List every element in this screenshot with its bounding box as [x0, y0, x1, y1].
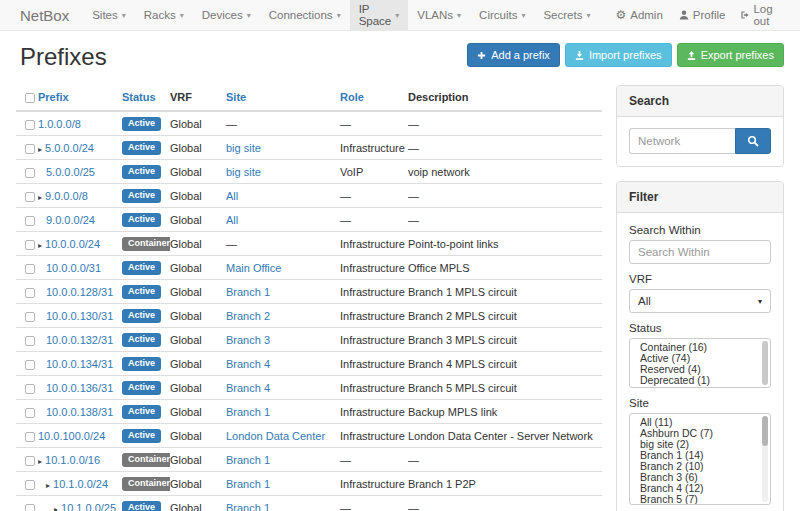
site-link[interactable]: Branch 1 [226, 406, 270, 418]
column-header-role[interactable]: Role [340, 85, 408, 111]
row-checkbox[interactable] [25, 264, 35, 274]
prefix-link[interactable]: 5.0.0.0/25 [46, 166, 95, 178]
prefix-link[interactable]: 10.0.0.0/31 [46, 262, 101, 274]
expand-arrow-icon: ▸ [38, 193, 42, 202]
expand-arrow-icon: ▸ [38, 241, 42, 250]
table-row: ▸5.0.0.0/25 Active Global big site VoIP … [16, 160, 602, 184]
status-badge: Container [122, 237, 170, 251]
prefix-link[interactable]: 10.1.0.0/16 [45, 454, 100, 466]
scrollbar-thumb[interactable] [762, 341, 768, 385]
chevron-down-icon: ▾ [586, 11, 590, 20]
prefix-link[interactable]: 10.0.0.136/31 [46, 382, 113, 394]
site-link[interactable]: Branch 1 [226, 286, 270, 298]
row-checkbox[interactable] [25, 456, 35, 466]
vrf-cell: Global [170, 448, 226, 472]
top-navbar: NetBox Sites ▾ Racks ▾ Devices ▾ Connect… [0, 0, 800, 31]
nav-item-racks[interactable]: Racks ▾ [135, 0, 193, 30]
prefix-link[interactable]: 10.0.0.138/31 [46, 406, 113, 418]
site-cell: All [226, 184, 340, 208]
nav-item-connections[interactable]: Connections ▾ [260, 0, 350, 30]
row-checkbox[interactable] [25, 360, 35, 370]
prefix-link[interactable]: 10.0.0.132/31 [46, 334, 113, 346]
site-link[interactable]: London Data Center [226, 430, 325, 442]
row-checkbox[interactable] [25, 240, 35, 250]
site-link[interactable]: big site [226, 142, 261, 154]
column-header-status[interactable]: Status [122, 85, 170, 111]
row-checkbox[interactable] [25, 432, 35, 442]
row-checkbox[interactable] [25, 336, 35, 346]
table-row: ▸10.1.0.0/16 Container Global Branch 1 —… [16, 448, 602, 472]
export-prefixes-button[interactable]: Export prefixes [677, 43, 784, 67]
select-all-checkbox[interactable] [25, 93, 35, 103]
row-checkbox[interactable] [25, 168, 35, 178]
row-checkbox[interactable] [25, 216, 35, 226]
row-checkbox[interactable] [25, 192, 35, 202]
search-input[interactable] [629, 128, 735, 154]
role-cell: Infrastructure [340, 136, 408, 160]
prefix-link[interactable]: 5.0.0.0/24 [45, 142, 94, 154]
row-checkbox[interactable] [25, 312, 35, 322]
admin-link[interactable]: ⚙ Admin [615, 9, 662, 21]
site-link[interactable]: Branch 1 [226, 478, 270, 490]
prefix-link[interactable]: 1.0.0.0/8 [38, 118, 81, 130]
search-within-input[interactable] [629, 240, 771, 264]
row-checkbox[interactable] [25, 408, 35, 418]
site-link[interactable]: Branch 3 [226, 334, 270, 346]
prefix-link[interactable]: 10.1.0.0/24 [53, 478, 108, 490]
user-nav: ⚙ Admin Profile Log out [599, 0, 800, 30]
site-cell: All [226, 208, 340, 232]
prefix-link[interactable]: 9.0.0.0/24 [46, 214, 95, 226]
scrollbar-thumb[interactable] [762, 416, 768, 446]
search-button[interactable] [735, 128, 771, 154]
row-checkbox[interactable] [25, 480, 35, 490]
site-link[interactable]: big site [226, 166, 261, 178]
nav-item-vlans[interactable]: VLANs ▾ [408, 0, 470, 30]
logout-label: Log out [753, 3, 784, 27]
column-header-prefix[interactable]: Prefix [38, 85, 122, 111]
row-checkbox[interactable] [25, 384, 35, 394]
site-link[interactable]: Branch 4 [226, 382, 270, 394]
row-checkbox[interactable] [25, 504, 35, 511]
prefix-link[interactable]: 9.0.0.0/8 [45, 190, 88, 202]
add-prefix-button[interactable]: Add a prefix [467, 43, 560, 67]
listbox-option[interactable]: Deprecated (1) [630, 375, 770, 386]
site-link[interactable]: Branch 1 [226, 454, 270, 466]
site-link[interactable]: All [226, 214, 238, 226]
status-listbox[interactable]: Container (16)Active (74)Reserved (4)Dep… [629, 338, 771, 388]
profile-link[interactable]: Profile [679, 9, 726, 21]
row-checkbox[interactable] [25, 144, 35, 154]
status-badge: Active [122, 141, 161, 155]
table-row: ▸10.0.0.136/31 Active Global Branch 4 In… [16, 376, 602, 400]
nav-item-circuits[interactable]: Circuits ▾ [470, 0, 534, 30]
role-cell: — [340, 448, 408, 472]
nav-item-sites[interactable]: Sites ▾ [83, 0, 135, 30]
site-link[interactable]: Branch 4 [226, 358, 270, 370]
column-header-site[interactable]: Site [226, 85, 340, 111]
table-row: ▸1.0.0.0/8 Active Global — — — [16, 111, 602, 136]
prefix-link[interactable]: 10.0.0.130/31 [46, 310, 113, 322]
description-cell: — [408, 111, 602, 136]
prefix-link[interactable]: 10.0.0.134/31 [46, 358, 113, 370]
row-checkbox[interactable] [25, 288, 35, 298]
site-link[interactable]: Branch 2 [226, 310, 270, 322]
prefix-link[interactable]: 10.0.0.0/24 [45, 238, 100, 250]
prefix-link[interactable]: 10.1.0.0/25 [61, 502, 116, 511]
description-cell: Branch 1 MPLS circuit [408, 280, 602, 304]
prefix-link[interactable]: 10.0.100.0/24 [38, 430, 105, 442]
site-link[interactable]: Main Office [226, 262, 281, 274]
table-row: ▸10.0.0.132/31 Active Global Branch 3 In… [16, 328, 602, 352]
vrf-select[interactable]: All ▾ [629, 289, 771, 313]
import-prefixes-button[interactable]: Import prefixes [565, 43, 672, 67]
brand-logo[interactable]: NetBox [0, 0, 83, 30]
nav-item-secrets[interactable]: Secrets ▾ [534, 0, 599, 30]
site-listbox[interactable]: All (11)Ashburn DC (7)big site (2)Branch… [629, 413, 771, 505]
site-link[interactable]: Branch 1 [226, 502, 270, 511]
nav-item-devices[interactable]: Devices ▾ [193, 0, 260, 30]
prefix-link[interactable]: 10.0.0.128/31 [46, 286, 113, 298]
vrf-cell: Global [170, 256, 226, 280]
row-checkbox[interactable] [25, 120, 35, 130]
nav-item-ip-space[interactable]: IP Space ▾ [350, 0, 409, 30]
site-link[interactable]: All [226, 190, 238, 202]
logout-link[interactable]: Log out [741, 3, 784, 27]
vrf-cell: Global [170, 184, 226, 208]
